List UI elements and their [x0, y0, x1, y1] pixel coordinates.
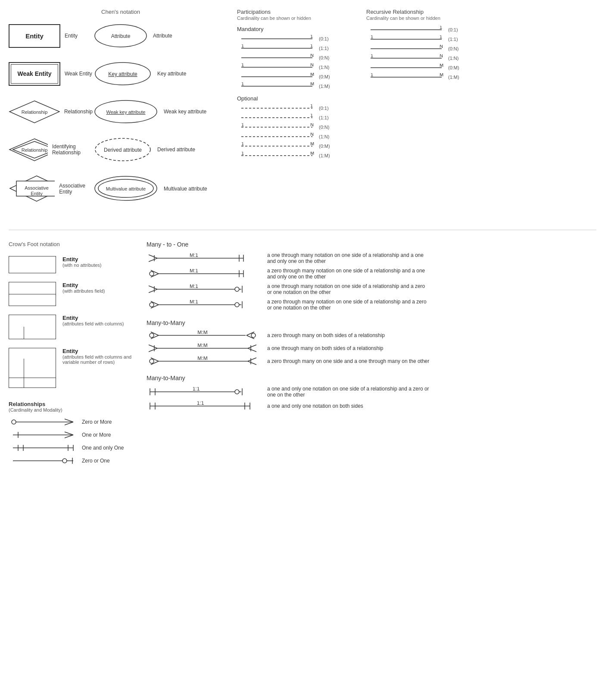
section-divider [9, 230, 596, 230]
identifying-relationship-item: Relationship Identifying Relationship [9, 138, 93, 162]
mm-symbol-2: M:M [147, 356, 259, 366]
relationship-item: Relationship Relationship [9, 100, 93, 124]
mand-row-0: 1 (0:1) [237, 35, 358, 43]
mm-desc-2: a zero through many on one side and a on… [267, 358, 429, 364]
mand-row-1: 1 1 (1:1) [237, 44, 358, 52]
svg-text:1: 1 [241, 152, 244, 156]
11-symbol-1: 1:1 [147, 401, 259, 411]
svg-text:M:M: M:M [197, 356, 207, 361]
mm-row-1: M:M a one through many on both sides of … [147, 344, 596, 353]
11-row-0: 1:1 a one and only one notation on one s… [147, 386, 596, 398]
entity-item: Entity Entity [9, 24, 93, 48]
mand-row-3: 1 N (1:N) [237, 63, 358, 71]
key-attribute-label: Key attribute [157, 71, 186, 77]
svg-text:M: M [440, 64, 443, 68]
crows-right: Many - to - One M:1 [147, 241, 596, 469]
multivalue-attribute-item: Multivalue attribute Multivalue attribut… [93, 175, 231, 203]
rec-row-0: 1 (0:1) [366, 26, 596, 34]
rec-row-4: M (0:M) [366, 64, 596, 72]
svg-point-109 [150, 333, 154, 338]
svg-line-71 [65, 432, 73, 435]
mand-notation-5: (1:M) [319, 84, 336, 89]
opt-row-5: 1 M (1:M) [237, 152, 358, 159]
opt-notation-5: (1:M) [319, 153, 336, 158]
mand-notation-2: (0:N) [319, 55, 336, 60]
participations-subtitle: Cardinality can be shown or hidden [237, 16, 358, 21]
entity-cols-label: Entity [62, 315, 124, 321]
mand-notation-1: (1:1) [319, 46, 336, 51]
svg-text:M:1: M:1 [190, 269, 198, 274]
svg-text:N: N [440, 45, 443, 49]
svg-point-106 [235, 303, 239, 307]
m1-symbol-0: M:1 [147, 253, 259, 263]
crows-entity-colsrows: Entity (attributes field with columns an… [9, 348, 138, 388]
recursive-title: Recursive Relationship [366, 9, 596, 15]
derived-attribute-label: Derived attribute [157, 147, 195, 153]
chens-section: Chen's notation Entity Entity Attribute [9, 9, 233, 215]
entity-simple-label: Entity [62, 256, 101, 262]
entity-label: Entity [65, 33, 78, 39]
svg-line-129 [248, 358, 256, 361]
m1-symbol-3: M:1 [147, 300, 259, 309]
one-to-one-section: Many-to-Many 1:1 a one and only one nota… [147, 375, 596, 411]
svg-line-118 [149, 348, 157, 352]
svg-text:M:1: M:1 [190, 300, 198, 305]
entity-cols-shape [9, 315, 56, 339]
svg-point-79 [62, 459, 67, 463]
zero-or-one-symbol [9, 456, 78, 465]
m1-symbol-2: M:1 [147, 284, 259, 294]
rec-row-3: 1 N (1:N) [366, 54, 596, 62]
svg-text:1:1: 1:1 [197, 401, 204, 406]
opt-notation-1: (1:1) [319, 115, 336, 120]
opt-row-0: 1 (0:1) [237, 104, 358, 112]
opt-row-2: 1 N (0:N) [237, 123, 358, 131]
optional-label: Optional [237, 95, 358, 102]
svg-text:Multivalue attribute: Multivalue attribute [106, 186, 146, 191]
mm-symbol-0: M:M [147, 331, 259, 340]
m1-desc-0: a one through many notation on one side … [267, 252, 431, 264]
svg-text:Derived attribute: Derived attribute [104, 147, 142, 153]
svg-point-113 [251, 333, 256, 338]
mand-notation-4: (0:M) [319, 74, 336, 79]
key-attribute-item: Key attribute Key attribute [93, 61, 231, 87]
svg-text:1: 1 [241, 44, 244, 48]
associative-entity-shape: Associative Entity [9, 175, 55, 203]
relationship-shape: Relationship [9, 100, 60, 124]
svg-text:M:M: M:M [197, 331, 207, 335]
svg-text:N: N [310, 133, 314, 137]
opt-notation-2: (0:N) [319, 125, 336, 130]
weak-entity-shape: Weak Entity [9, 62, 60, 86]
relationship-label: Relationship [64, 109, 93, 115]
svg-text:1: 1 [310, 35, 313, 39]
many-to-many-title: Many-to-Many [147, 319, 596, 326]
svg-line-68 [65, 422, 73, 425]
zero-or-more-symbol [9, 418, 78, 426]
many-to-one-title: Many - to - One [147, 241, 596, 248]
svg-line-130 [248, 361, 256, 365]
rec-row-5: 1 M (1:M) [366, 73, 596, 81]
svg-line-95 [149, 286, 157, 289]
opt-notation-4: (0:M) [319, 144, 336, 149]
opt-notation-0: (0:1) [319, 106, 336, 111]
many-to-one-section: Many - to - One M:1 [147, 241, 596, 311]
svg-text:1: 1 [241, 142, 244, 146]
one-and-only-one-symbol [9, 444, 78, 452]
svg-text:N: N [310, 123, 314, 127]
zero-or-one-row: Zero or One [9, 456, 138, 465]
svg-text:M:M: M:M [197, 344, 207, 348]
weak-entity-item: Weak Entity Weak Entity [9, 62, 93, 86]
chens-title: Chen's notation [9, 9, 233, 15]
one-or-more-symbol [9, 431, 78, 439]
crows-entity-attrs: Entity (with attributes field) [9, 282, 138, 306]
svg-text:Key attribute: Key attribute [108, 71, 137, 77]
svg-text:M: M [310, 73, 314, 77]
svg-text:1: 1 [371, 35, 373, 39]
entity-colsrows-sublabel: (attributes field with columns and varia… [62, 354, 138, 365]
derived-attribute-shape: Derived attribute [93, 137, 153, 162]
recursive-subtitle: Cardinality can be shown or hidden [366, 16, 596, 21]
mand-row-4: M (0:M) [237, 73, 358, 81]
crows-title: Crow's Foot notation [9, 241, 138, 247]
svg-text:1: 1 [371, 54, 373, 58]
entity-attrs-shape [9, 282, 56, 306]
m1-symbol-1: M:1 [147, 269, 259, 278]
